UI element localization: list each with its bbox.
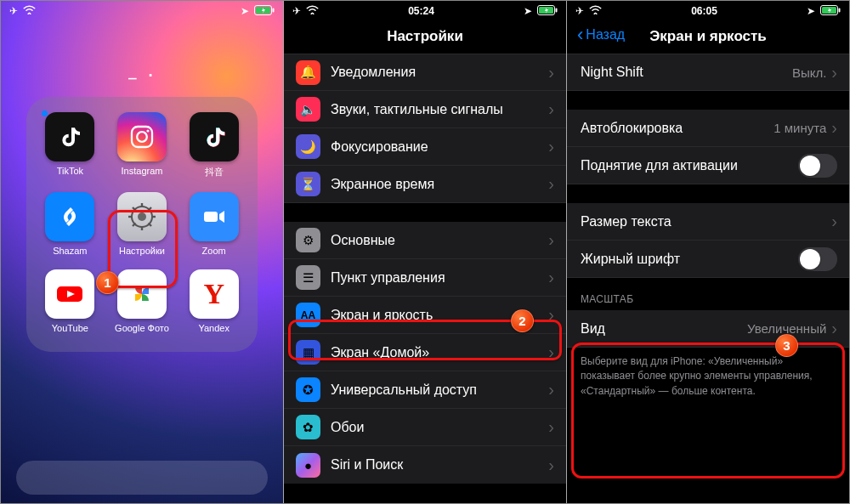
airplane-icon: ✈ <box>9 5 18 17</box>
row-siri[interactable]: ●Siri и Поиск› <box>284 446 566 484</box>
row-notifications[interactable]: 🔔Уведомления› <box>284 54 566 91</box>
notification-dot-icon <box>42 110 48 116</box>
svg-line-12 <box>133 207 136 211</box>
chevron-right-icon: › <box>548 305 554 325</box>
app-label: Zoom <box>202 246 226 256</box>
raise-switch[interactable] <box>798 154 837 178</box>
app-yandex[interactable]: Y Yandex <box>182 269 246 333</box>
svg-line-14 <box>133 224 136 227</box>
row-general[interactable]: ⚙Основные› <box>284 222 566 259</box>
moon-icon: 🌙 <box>296 134 320 159</box>
airplane-icon: ✈ <box>575 5 584 17</box>
row-raise-to-wake[interactable]: Поднятие для активации <box>567 147 849 184</box>
settings-icon <box>117 192 167 241</box>
flower-icon: ✿ <box>296 415 320 439</box>
gear-icon: ⚙ <box>296 228 320 252</box>
row-focus[interactable]: 🌙Фокусирование› <box>284 128 566 166</box>
wifi-icon <box>306 5 319 17</box>
wifi-icon <box>589 5 602 17</box>
shazam-icon <box>45 192 94 241</box>
svg-rect-16 <box>204 212 218 222</box>
app-folder[interactable]: TikTok Instagram 抖音 <box>26 97 258 352</box>
instagram-icon <box>117 112 167 161</box>
svg-rect-22 <box>838 8 840 12</box>
row-bold-text[interactable]: Жирный шрифт <box>567 241 849 278</box>
status-bar: ✈ ➤ <box>1 1 283 21</box>
chevron-right-icon: › <box>548 456 554 475</box>
hourglass-icon: ⏳ <box>296 172 320 196</box>
row-night-shift[interactable]: Night ShiftВыкл.› <box>567 54 849 91</box>
app-google-photos[interactable]: Google Фото <box>110 269 174 333</box>
section-footer-scale: Выберите вид для iPhone: «Увеличенный» п… <box>567 348 849 409</box>
settings-list: 🔔Уведомления› 🔈Звуки, тактильные сигналы… <box>284 54 566 484</box>
callout-badge-2: 2 <box>511 309 534 332</box>
location-icon: ➤ <box>807 5 815 17</box>
battery-icon <box>254 5 275 18</box>
section-header-scale: МАСШТАБ <box>567 278 849 310</box>
app-zoom[interactable]: Zoom <box>182 192 246 256</box>
row-home-screen[interactable]: ▦Экран «Домой»› <box>284 334 566 371</box>
row-display-zoom[interactable]: ВидУвеличенный› <box>567 310 849 348</box>
status-bar: ✈ 06:05 ➤ <box>567 1 849 21</box>
row-autolock[interactable]: Автоблокировка1 минута› <box>567 110 849 147</box>
battery-icon <box>820 5 841 18</box>
zoom-icon <box>190 192 239 241</box>
chevron-right-icon: › <box>548 99 554 119</box>
home-screen-panel: ✈ ➤ _ . TikTok <box>1 1 283 503</box>
svg-line-15 <box>148 207 151 211</box>
display-settings-list: Night ShiftВыкл.› Автоблокировка1 минута… <box>567 54 849 409</box>
chevron-right-icon: › <box>548 174 554 194</box>
row-wallpaper[interactable]: ✿Обои› <box>284 409 566 446</box>
row-sounds[interactable]: 🔈Звуки, тактильные сигналы› <box>284 91 566 128</box>
row-accessibility[interactable]: ✪Универсальный доступ› <box>284 371 566 409</box>
dock <box>16 461 268 495</box>
douyin-icon <box>190 112 239 161</box>
app-label: YouTube <box>52 323 88 333</box>
chevron-right-icon: › <box>548 268 554 287</box>
row-screentime[interactable]: ⏳Экранное время› <box>284 166 566 203</box>
svg-point-4 <box>137 132 147 142</box>
settings-root-panel: ✈ 05:24 ➤ Настройки 🔔Уведомления› 🔈Звуки… <box>283 1 566 503</box>
app-tiktok[interactable]: TikTok <box>38 112 102 178</box>
textsize-icon: AA <box>296 303 320 327</box>
speaker-icon: 🔈 <box>296 97 320 122</box>
accessibility-icon: ✪ <box>296 377 320 402</box>
app-instagram[interactable]: Instagram <box>110 112 174 178</box>
app-label: TikTok <box>57 166 83 176</box>
svg-point-5 <box>146 129 149 132</box>
sliders-icon: ☰ <box>296 265 320 290</box>
callout-badge-3: 3 <box>775 334 798 357</box>
location-icon: ➤ <box>524 5 532 17</box>
chevron-right-icon: › <box>548 230 554 250</box>
chevron-right-icon: › <box>831 63 837 82</box>
row-control-center[interactable]: ☰Пункт управления› <box>284 259 566 297</box>
status-time: 05:24 <box>408 5 434 17</box>
airplane-icon: ✈ <box>292 5 301 17</box>
back-label: Назад <box>586 27 625 42</box>
google-photos-icon <box>117 269 167 319</box>
app-label: Instagram <box>122 166 163 176</box>
wifi-icon <box>23 5 36 17</box>
grid-icon: ▦ <box>296 340 320 365</box>
svg-rect-3 <box>132 127 152 147</box>
chevron-right-icon: › <box>548 417 554 437</box>
app-label: Yandex <box>198 323 230 333</box>
chevron-left-icon: ‹ <box>577 29 583 41</box>
status-bar: ✈ 05:24 ➤ <box>284 1 566 21</box>
app-youtube[interactable]: YouTube <box>38 269 102 333</box>
row-text-size[interactable]: Размер текста› <box>567 203 849 241</box>
chevron-right-icon: › <box>548 63 554 82</box>
app-label: 抖音 <box>205 166 224 178</box>
callout-badge-1: 1 <box>96 271 119 294</box>
display-brightness-panel: ✈ 06:05 ➤ ‹ Назад Экран и яркость Night … <box>566 1 849 503</box>
chevron-right-icon: › <box>548 137 554 156</box>
app-label: Настройки <box>119 246 165 256</box>
app-douyin[interactable]: 抖音 <box>182 112 246 178</box>
nav-title: Экран и яркость <box>649 28 767 44</box>
back-button[interactable]: ‹ Назад <box>577 27 625 42</box>
bold-switch[interactable] <box>798 247 837 271</box>
app-settings[interactable]: Настройки <box>110 192 174 256</box>
app-label: Shazam <box>53 246 87 256</box>
app-shazam[interactable]: Shazam <box>38 192 102 256</box>
battery-icon <box>537 5 558 18</box>
